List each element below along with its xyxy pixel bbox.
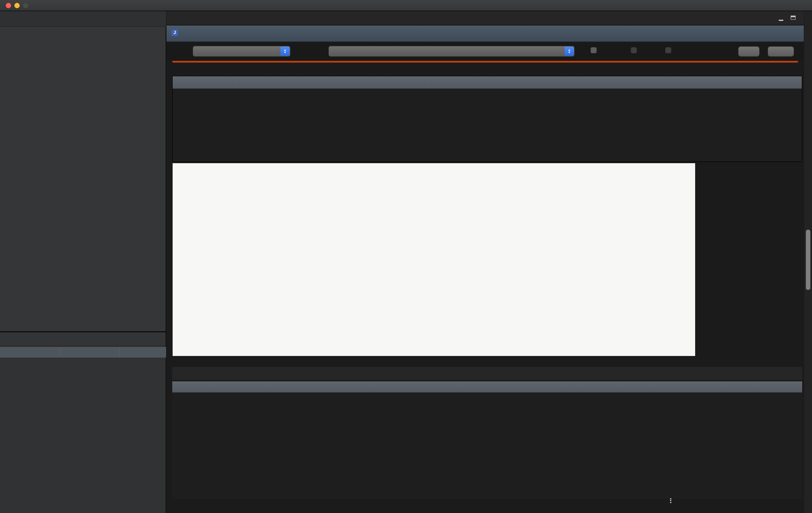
scrollbar-thumb[interactable]: [806, 230, 810, 290]
page-header: J: [167, 25, 804, 42]
thread-table-header: [173, 76, 802, 89]
aspect-dropdown[interactable]: ▲▼: [328, 46, 575, 57]
timeline-chart: [172, 163, 696, 356]
stack-tab-bar: [172, 367, 802, 381]
java-application-icon: J: [171, 30, 178, 36]
outline-tree: [0, 27, 166, 331]
properties-panel: [0, 331, 166, 513]
thread-table-body: [173, 89, 802, 162]
settings-button[interactable]: [738, 46, 760, 57]
sidebar: [0, 11, 166, 331]
vertical-scrollbar: [804, 11, 812, 513]
close-window-button[interactable]: [6, 3, 11, 8]
maximize-icon[interactable]: [791, 16, 796, 20]
stack-trace-panel: [172, 367, 802, 499]
jmc-window: J ▲▼ ▲▼: [0, 0, 812, 513]
focus-dropdown[interactable]: ▲▼: [193, 46, 290, 57]
window-titlebar: [0, 0, 812, 11]
dropdown-stepper-icon: ▲▼: [565, 47, 574, 56]
minimize-icon[interactable]: [779, 20, 783, 21]
editor-tab-bar: [167, 11, 804, 25]
properties-header-row: [0, 347, 166, 358]
sidebar-tab-bar: [0, 11, 166, 27]
thread-table: [172, 76, 802, 162]
same-thread-checkbox[interactable]: [665, 47, 671, 53]
chart-legend: [697, 163, 801, 356]
clear-button[interactable]: [768, 46, 794, 57]
contained-checkbox[interactable]: [631, 47, 637, 53]
properties-tab-bar: [0, 332, 166, 346]
stack-table-header: [172, 381, 802, 392]
stack-table-body: [172, 392, 802, 499]
show-concurrent-checkbox[interactable]: [591, 47, 597, 53]
zoom-window-button[interactable]: [23, 3, 28, 8]
overflow-menu-icon[interactable]: ⋮: [668, 497, 674, 504]
time-range-indicator: [172, 61, 798, 63]
main-editor-area: J ▲▼ ▲▼: [167, 11, 804, 513]
minimize-window-button[interactable]: [14, 3, 20, 8]
filter-bar: ▲▼ ▲▼: [167, 42, 804, 61]
dropdown-stepper-icon: ▲▼: [281, 47, 290, 56]
